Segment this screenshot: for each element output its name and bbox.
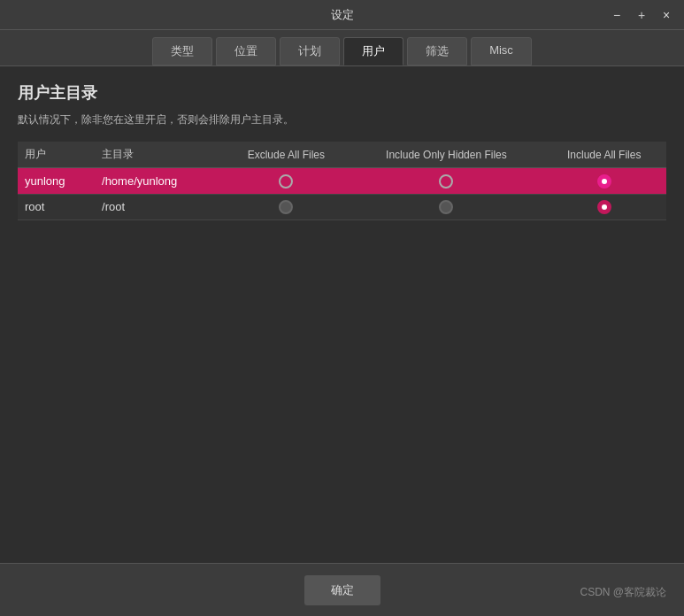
tab-filter[interactable]: 筛选 bbox=[407, 37, 467, 65]
tab-user[interactable]: 用户 bbox=[343, 37, 403, 65]
table-row: root /root bbox=[18, 194, 666, 220]
maximize-button[interactable]: + bbox=[633, 6, 650, 24]
section-title: 用户主目录 bbox=[18, 82, 666, 104]
col-user: 用户 bbox=[18, 142, 95, 168]
cell-exclude-yunlong[interactable] bbox=[221, 168, 350, 195]
table-row: yunlong /home/yunlong bbox=[18, 168, 666, 195]
titlebar: 设定 − + × bbox=[0, 0, 684, 30]
col-only-hidden: Include Only Hidden Files bbox=[350, 142, 542, 168]
col-home: 主目录 bbox=[95, 142, 221, 168]
cell-home-yunlong: /home/yunlong bbox=[95, 168, 221, 195]
cell-home-root: /root bbox=[95, 194, 221, 220]
close-button[interactable]: × bbox=[657, 6, 675, 24]
radio-include-all-yunlong[interactable] bbox=[597, 174, 611, 189]
col-exclude: Exclude All Files bbox=[221, 142, 350, 168]
tabbar: 类型 位置 计划 用户 筛选 Misc bbox=[0, 30, 684, 66]
cell-only-hidden-yunlong[interactable] bbox=[350, 168, 542, 195]
radio-exclude-root[interactable] bbox=[279, 200, 293, 214]
tab-type[interactable]: 类型 bbox=[152, 37, 212, 65]
confirm-button[interactable]: 确定 bbox=[304, 575, 380, 605]
titlebar-title: 设定 bbox=[331, 7, 354, 23]
user-table: 用户 主目录 Exclude All Files Include Only Hi… bbox=[18, 142, 666, 220]
radio-only-hidden-yunlong[interactable] bbox=[439, 174, 453, 189]
tab-misc[interactable]: Misc bbox=[471, 37, 532, 65]
cell-include-all-root[interactable] bbox=[542, 194, 666, 220]
col-include-all: Include All Files bbox=[542, 142, 666, 168]
tab-schedule[interactable]: 计划 bbox=[280, 37, 340, 65]
titlebar-controls: − + × bbox=[608, 6, 675, 24]
tab-location[interactable]: 位置 bbox=[216, 37, 276, 65]
radio-exclude-yunlong[interactable] bbox=[279, 174, 293, 189]
cell-include-all-yunlong[interactable] bbox=[542, 168, 666, 195]
section-desc: 默认情况下，除非您在这里开启，否则会排除用户主目录。 bbox=[18, 112, 666, 127]
minimize-button[interactable]: − bbox=[608, 6, 626, 24]
cell-exclude-root[interactable] bbox=[221, 194, 350, 220]
cell-user-yunlong: yunlong bbox=[18, 168, 95, 195]
main-content: 用户主目录 默认情况下，除非您在这里开启，否则会排除用户主目录。 用户 主目录 … bbox=[0, 66, 684, 236]
cell-user-root: root bbox=[18, 194, 95, 220]
radio-only-hidden-root[interactable] bbox=[439, 200, 453, 214]
cell-only-hidden-root[interactable] bbox=[350, 194, 542, 220]
watermark: CSDN @客院裁论 bbox=[580, 585, 666, 600]
radio-include-all-root[interactable] bbox=[597, 200, 611, 214]
